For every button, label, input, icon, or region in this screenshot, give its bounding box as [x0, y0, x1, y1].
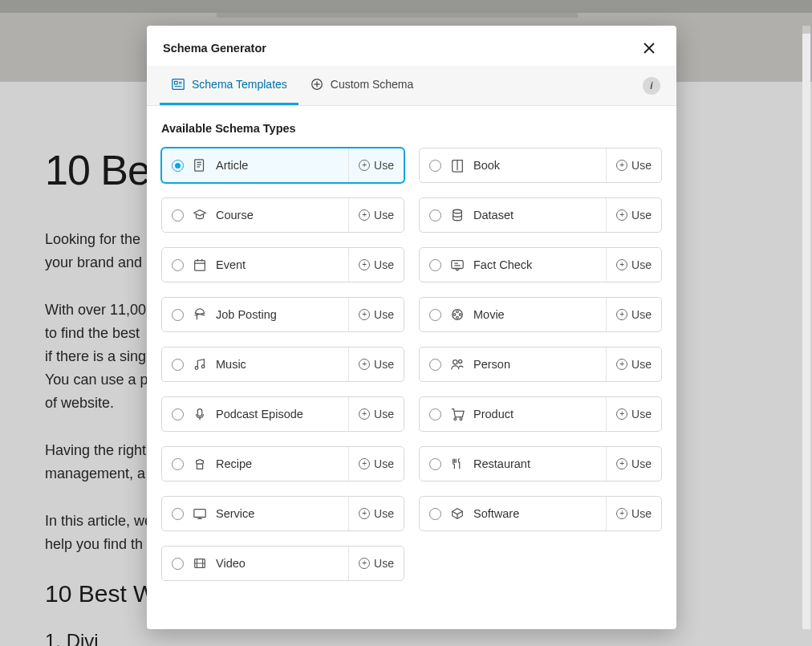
schema-label: Movie [473, 308, 505, 321]
use-label: Use [374, 358, 394, 371]
use-label: Use [631, 457, 652, 470]
plus-icon: + [616, 408, 627, 420]
use-label: Use [631, 408, 652, 421]
use-button-movie[interactable]: +Use [606, 298, 661, 331]
schema-card-product[interactable]: Product+Use [419, 396, 662, 432]
use-button-jobposting[interactable]: +Use [348, 298, 404, 331]
article-icon [193, 158, 207, 173]
use-button-software[interactable]: +Use [606, 497, 661, 530]
video-icon [193, 556, 207, 571]
schema-label: Music [216, 358, 246, 371]
radio-restaurant[interactable] [429, 458, 441, 470]
radio-book[interactable] [429, 160, 441, 172]
schema-card-music[interactable]: Music+Use [161, 347, 404, 382]
dataset-icon [450, 208, 465, 222]
use-button-music[interactable]: +Use [348, 347, 404, 381]
plus-icon: + [616, 508, 627, 519]
schema-label: Fact Check [473, 258, 532, 271]
plus-icon: + [359, 309, 370, 320]
schema-label: Event [216, 258, 246, 271]
close-button[interactable] [638, 37, 660, 59]
radio-video[interactable] [172, 558, 184, 570]
use-label: Use [374, 557, 394, 570]
event-icon [193, 258, 207, 272]
schema-card-restaurant[interactable]: Restaurant+Use [419, 446, 662, 481]
use-button-event[interactable]: +Use [348, 248, 404, 282]
schema-generator-modal: Schema Generator Schema Templates Custom… [147, 26, 676, 629]
schema-card-book[interactable]: Book+Use [419, 148, 662, 183]
plus-icon: + [359, 160, 370, 171]
plus-icon: + [616, 259, 627, 270]
schema-card-podcast[interactable]: Podcast Episode+Use [161, 396, 404, 432]
schema-label: Book [473, 159, 500, 172]
schema-card-event[interactable]: Event+Use [161, 247, 404, 282]
schema-card-jobposting[interactable]: Job Posting+Use [161, 297, 404, 332]
plus-icon: + [616, 309, 627, 320]
schema-card-software[interactable]: Software+Use [419, 496, 662, 531]
use-button-service[interactable]: +Use [348, 497, 404, 530]
plus-icon: + [616, 209, 627, 221]
use-label: Use [374, 507, 394, 520]
plus-icon: + [616, 458, 627, 469]
schema-label: Service [216, 507, 254, 520]
schema-card-video[interactable]: Video+Use [161, 546, 404, 581]
radio-jobposting[interactable] [172, 309, 184, 321]
modal-scrollbar-track[interactable] [802, 26, 810, 629]
schema-card-person[interactable]: Person+Use [419, 347, 662, 382]
restaurant-icon [450, 457, 465, 471]
radio-dataset[interactable] [429, 209, 441, 221]
radio-person[interactable] [429, 359, 441, 371]
radio-factcheck[interactable] [429, 259, 441, 271]
use-button-restaurant[interactable]: +Use [606, 447, 661, 481]
modal-scrollbar-thumb[interactable] [802, 26, 810, 34]
schema-label: Software [473, 507, 519, 520]
radio-recipe[interactable] [172, 458, 184, 470]
radio-course[interactable] [172, 209, 184, 221]
music-icon [193, 357, 207, 372]
tab-label: Schema Templates [192, 78, 287, 91]
use-button-dataset[interactable]: +Use [606, 198, 661, 232]
use-button-course[interactable]: +Use [348, 198, 404, 232]
use-label: Use [631, 209, 652, 221]
tab-custom-schema[interactable]: Custom Schema [298, 66, 424, 105]
product-icon [450, 407, 465, 421]
use-button-person[interactable]: +Use [606, 347, 661, 381]
radio-service[interactable] [172, 508, 184, 520]
info-button[interactable]: i [643, 77, 660, 95]
schema-card-dataset[interactable]: Dataset+Use [419, 197, 662, 233]
podcast-icon [193, 407, 207, 421]
use-button-product[interactable]: +Use [606, 397, 661, 431]
schema-card-movie[interactable]: Movie+Use [419, 297, 662, 332]
use-label: Use [374, 209, 394, 221]
use-button-article[interactable]: +Use [348, 148, 404, 182]
schema-card-service[interactable]: Service+Use [161, 496, 404, 531]
use-button-video[interactable]: +Use [348, 546, 404, 580]
use-button-book[interactable]: +Use [606, 148, 661, 182]
schema-card-recipe[interactable]: Recipe+Use [161, 446, 404, 481]
service-icon [193, 506, 207, 521]
use-label: Use [374, 308, 394, 321]
use-label: Use [631, 507, 652, 520]
tab-schema-templates[interactable]: Schema Templates [160, 66, 298, 105]
schema-card-course[interactable]: Course+Use [161, 197, 404, 233]
use-button-factcheck[interactable]: +Use [606, 248, 661, 282]
plus-icon: + [359, 359, 370, 370]
radio-podcast[interactable] [172, 408, 184, 421]
schema-label: Article [216, 159, 248, 172]
use-button-podcast[interactable]: +Use [348, 397, 404, 431]
section-title: Available Schema Types [161, 122, 662, 135]
radio-music[interactable] [172, 359, 184, 371]
schema-card-factcheck[interactable]: Fact Check+Use [419, 247, 662, 282]
use-button-recipe[interactable]: +Use [348, 447, 404, 481]
radio-movie[interactable] [429, 309, 441, 321]
modal-tabs: Schema Templates Custom Schema i [147, 66, 676, 106]
use-label: Use [374, 159, 394, 172]
radio-event[interactable] [172, 259, 184, 271]
schema-card-article[interactable]: Article+Use [161, 148, 404, 183]
recipe-icon [193, 457, 207, 471]
radio-product[interactable] [429, 408, 441, 421]
radio-software[interactable] [429, 508, 441, 520]
schema-label: Recipe [216, 457, 252, 470]
software-icon [450, 506, 465, 521]
radio-article[interactable] [172, 160, 184, 172]
